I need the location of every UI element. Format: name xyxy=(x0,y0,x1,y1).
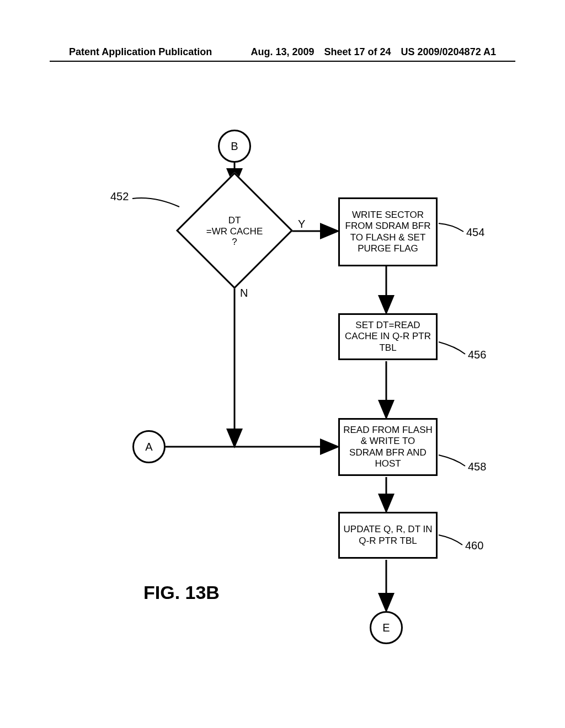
page-header: Patent Application Publication Aug. 13, … xyxy=(0,46,565,58)
process-456: SET DT=READ CACHE IN Q-R PTR TBL xyxy=(338,313,438,360)
figure-label: FIG. 13B xyxy=(143,582,220,603)
header-pub: US 2009/0204872 A1 xyxy=(401,46,496,58)
decision-no-label: N xyxy=(240,287,248,299)
header-left: Patent Application Publication xyxy=(69,46,212,58)
ref-460: 460 xyxy=(465,539,483,552)
ref-456: 456 xyxy=(468,349,486,361)
decision-text: DT =WR CACHE ? xyxy=(193,215,276,248)
ref-458: 458 xyxy=(468,461,486,473)
process-454-text: WRITE SECTOR FROM SDRAM BFR TO FLASH & S… xyxy=(343,210,433,255)
process-458-text: READ FROM FLASH & WRITE TO SDRAM BFR AND… xyxy=(343,425,433,470)
header-date: Aug. 13, 2009 xyxy=(250,46,314,58)
header-sheet: Sheet 17 of 24 xyxy=(324,46,391,58)
decision-yes-label: Y xyxy=(298,218,305,231)
connector-e-label: E xyxy=(382,622,390,634)
process-460-text: UPDATE Q, R, DT IN Q-R PTR TBL xyxy=(343,524,433,547)
header-rule xyxy=(50,61,515,62)
flowchart-arrows xyxy=(0,110,565,689)
connector-b-label: B xyxy=(231,140,238,153)
process-456-text: SET DT=READ CACHE IN Q-R PTR TBL xyxy=(343,320,433,354)
connector-a: A xyxy=(132,430,166,463)
flowchart: B DT =WR CACHE ? Y N 452 WRITE SECTOR FR… xyxy=(0,110,565,689)
connector-e: E xyxy=(370,611,403,644)
process-458: READ FROM FLASH & WRITE TO SDRAM BFR AND… xyxy=(338,418,438,476)
process-460: UPDATE Q, R, DT IN Q-R PTR TBL xyxy=(338,512,438,559)
ref-454: 454 xyxy=(466,226,484,239)
header-right: Aug. 13, 2009 Sheet 17 of 24 US 2009/020… xyxy=(250,46,496,58)
connector-a-label: A xyxy=(145,441,152,453)
process-454: WRITE SECTOR FROM SDRAM BFR TO FLASH & S… xyxy=(338,197,438,266)
ref-452: 452 xyxy=(110,190,129,203)
connector-b: B xyxy=(218,130,251,163)
